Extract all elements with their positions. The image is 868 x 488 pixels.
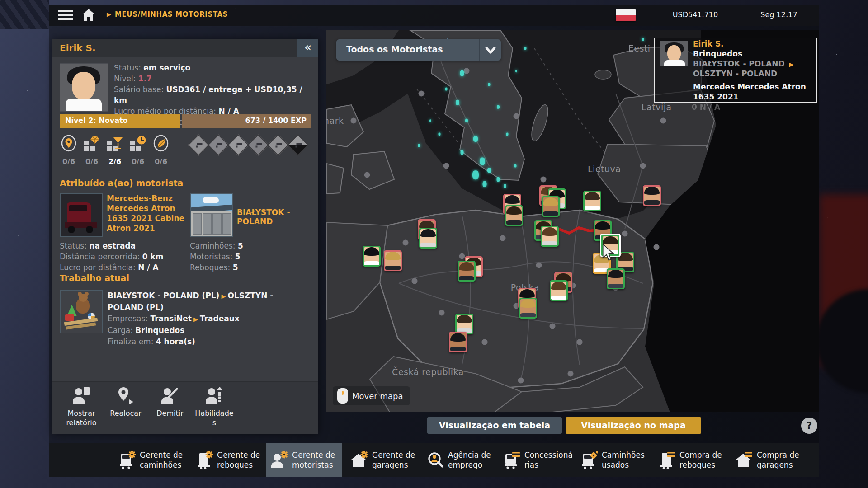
marker-photo <box>542 227 557 245</box>
collapse-panel-button[interactable]: « <box>297 39 318 57</box>
stat-value: 5 <box>235 252 241 261</box>
truck-thumbnail[interactable] <box>60 193 103 237</box>
driver-filter-dropdown[interactable]: Todos os Motoristas <box>336 39 501 61</box>
cargo-value: Brinquedos <box>135 326 184 335</box>
table-view-button[interactable]: Visualização em tabela <box>427 417 562 434</box>
city-dot <box>536 263 542 268</box>
driver-marker-green[interactable] <box>607 268 625 289</box>
skill-fragile[interactable]: 2/6 <box>105 134 125 166</box>
city-dot <box>654 244 660 250</box>
garage-thumbnail[interactable] <box>190 193 233 237</box>
driver-marker-red[interactable] <box>449 332 467 352</box>
nav-job-agency[interactable]: Agência deemprego <box>422 443 498 477</box>
discovered-road-dot <box>461 150 464 155</box>
city-dot <box>622 231 628 237</box>
adr-corrosives-icon[interactable] <box>287 134 309 156</box>
driver-name: Eirik S. <box>60 42 96 53</box>
map-label: Lietuva <box>588 164 621 174</box>
experience-bar: Nível 2: Novato 673 / 1400 EXP <box>60 114 311 128</box>
stat-value: N / A <box>138 263 158 272</box>
move-map-hint: Mover mapa <box>333 386 410 405</box>
city-dot <box>568 371 574 377</box>
stat-label: Motoristas: <box>190 252 235 261</box>
nav-label: Gerente demotoristas <box>292 450 335 470</box>
driver-marker-green[interactable] <box>583 191 601 211</box>
company-from: TransiNet <box>150 314 192 323</box>
show-report-button[interactable]: Mostrarrelatório <box>60 386 103 427</box>
marker-photo <box>457 315 472 333</box>
skill-urgent[interactable]: 0/6 <box>128 134 148 166</box>
marker-photo <box>551 282 566 300</box>
game-time: Seg 12:17 <box>747 10 811 19</box>
discovered-road-dot <box>429 119 431 122</box>
driver-marker-green[interactable] <box>458 261 476 282</box>
experience-value: 673 / 1400 EXP <box>245 116 307 125</box>
discovered-road-dot <box>460 70 464 76</box>
skill-eco[interactable]: 0/6 <box>151 134 171 166</box>
home-icon[interactable] <box>81 8 96 23</box>
action-label: Realocar <box>104 408 147 418</box>
discovered-road-dot <box>497 105 500 109</box>
city-dot <box>518 378 524 384</box>
skills-button[interactable]: Habilidades <box>193 386 236 427</box>
driver-marker-green[interactable] <box>505 205 523 226</box>
nav-truck-manager[interactable]: Gerente decaminhões <box>113 443 189 477</box>
garage-name[interactable]: BIAŁYSTOK - POLAND <box>237 208 314 226</box>
nav-used-trucks[interactable]: Caminhõesusados <box>576 443 651 477</box>
stat-label: Caminhões: <box>190 241 238 250</box>
nav-garage-purchase[interactable]: Compra degaragens <box>731 443 807 477</box>
city-dot <box>514 113 519 119</box>
map-view-button[interactable]: Visualização no mapa <box>566 417 701 434</box>
driver-marker-red[interactable] <box>643 185 661 206</box>
adr-gases-icon[interactable] <box>208 134 229 156</box>
nav-trailer-purchase[interactable]: Compra dereboques <box>653 443 729 477</box>
assigned-heading: Atribuído a(ao) motorista <box>60 178 183 188</box>
discovered-road-dot <box>456 100 459 105</box>
nav-dealerships[interactable]: Concessionárias <box>498 443 574 477</box>
person-icon <box>270 451 288 469</box>
stat-value: 5 <box>233 263 238 272</box>
nav-garage-manager[interactable]: Gerente degaragens <box>346 443 422 477</box>
detail-row: Salário base: USD361 / entrega + USD10,3… <box>114 84 313 106</box>
skill-high-value[interactable]: 0/6 <box>82 134 102 166</box>
driver-marker-green[interactable] <box>550 280 568 301</box>
driver-marker-red[interactable] <box>384 250 402 271</box>
detail-value: em serviço <box>143 63 190 72</box>
truck-name[interactable]: Mercedes-Benz Mercedes Atron 1635 2021 C… <box>107 193 186 233</box>
city-dot <box>640 163 646 169</box>
tooltip-cargo: Brinquedos <box>693 49 742 58</box>
driver-marker-green[interactable] <box>419 228 437 249</box>
truck-icon <box>503 451 521 469</box>
stat-label: Lucro por distância: <box>60 263 138 272</box>
adr-explosives-icon[interactable] <box>188 134 209 156</box>
nav-trailer-manager[interactable]: Gerente dereboques <box>191 443 267 477</box>
stat-row: Motoristas: 5 <box>190 251 312 262</box>
menu-icon[interactable] <box>58 10 73 20</box>
driver-marker-selected[interactable] <box>600 234 621 257</box>
help-button[interactable]: ? <box>801 418 817 434</box>
map-label: Česká republika <box>392 367 464 377</box>
discovered-road-dot <box>480 158 485 165</box>
stat-row: Lucro por distância: N / A <box>60 262 182 273</box>
driver-marker-green[interactable] <box>455 314 473 334</box>
tooltip-driver-name: Eirik S. <box>693 39 724 48</box>
background-roof <box>0 0 49 29</box>
nav-driver-manager[interactable]: Gerente demotoristas <box>266 443 342 477</box>
panel-header: Eirik S. « <box>52 39 318 57</box>
relocate-button[interactable]: Realocar <box>104 386 147 418</box>
adr-flammable-liquids-icon[interactable] <box>227 134 249 156</box>
skill-long-distance[interactable]: 0/6 <box>59 134 79 166</box>
driver-marker-green[interactable] <box>542 196 560 217</box>
chevron-down-icon[interactable] <box>479 39 501 61</box>
dismiss-button[interactable]: Demitir <box>148 386 192 418</box>
driver-marker-green[interactable] <box>363 246 381 267</box>
tooltip-route-to: OLSZTYN - POLAND <box>693 69 777 78</box>
nav-label: Caminhõesusados <box>602 450 645 470</box>
top-bar: ▶ MEUS/MINHAS MOTORISTAS USD541.710 Seg … <box>49 5 819 26</box>
job-finish: Finaliza em: 4 hora(s) <box>108 336 311 347</box>
adr-oxidizers-icon[interactable] <box>247 134 269 156</box>
adr-poison-icon[interactable] <box>267 134 289 156</box>
driver-marker-green[interactable] <box>519 298 537 319</box>
driver-marker-green[interactable] <box>541 226 559 247</box>
city-dot <box>443 163 449 169</box>
